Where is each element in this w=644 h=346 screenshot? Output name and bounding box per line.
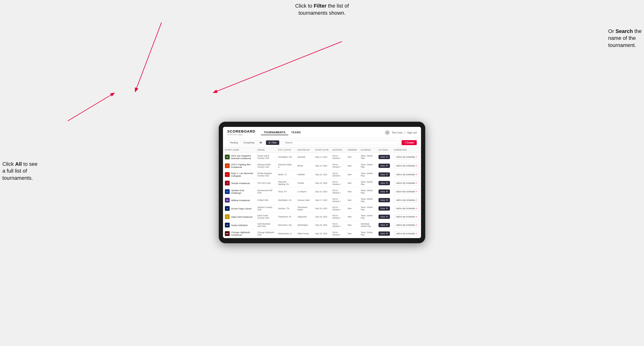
cell-division-3: NCAA Division I <box>330 179 346 187</box>
cell-venue-2: Shuttle Meadow Country Club <box>255 170 276 179</box>
cell-venue-4: Ravenwood Golf Club <box>255 187 276 196</box>
view-button-3[interactable]: View 👁 <box>378 181 390 185</box>
cell-scoring-8: Individual, Stroke Play <box>359 221 376 229</box>
view-button-2[interactable]: View 👁 <box>378 173 390 177</box>
search-input[interactable] <box>282 140 398 145</box>
view-button-1[interactable]: View 👁 <box>378 164 390 168</box>
team-logo-9: WF <box>225 231 230 236</box>
nav-tab-tournaments[interactable]: TOURNAMENTS <box>261 130 288 135</box>
cell-event-name-4: U Upstate Dual Challenge <box>223 187 255 196</box>
cell-actions-5: View 👁 <box>376 196 392 204</box>
cell-city-state-5: Manhattan, KS <box>276 196 296 204</box>
cell-start-date-7: Sep 18, 2023 <box>313 213 330 221</box>
table-row: W Husky Individual Gold Mountain Golf Cl… <box>223 221 421 229</box>
cell-competing-5: Add to My Schedule + <box>392 196 421 204</box>
event-name-text-9: Chicago Highlands Invitational <box>231 231 253 236</box>
cell-scoring-6: Team, Stroke Play <box>359 204 376 213</box>
cell-hosted-by-9: Wake Forest <box>296 229 314 238</box>
nav-tab-teams[interactable]: TEAMS <box>288 130 304 135</box>
app-header: SCOREBOARD Powered by clippd TOURNAMENTS… <box>223 127 421 138</box>
cell-city-state-6: Jackson, TN <box>276 204 296 213</box>
filter-icon: ☰ <box>268 141 270 144</box>
annotation-top-center: Click to Filter the list oftournaments s… <box>295 2 349 16</box>
view-button-6[interactable]: View 👁 <box>378 206 390 211</box>
add-schedule-button-7[interactable]: Add to My Schedule + <box>394 214 419 219</box>
filter-btn-label: Filter <box>272 141 277 144</box>
add-schedule-button-0[interactable]: Add to My Schedule + <box>394 155 419 159</box>
cell-gender-2: Men <box>346 170 359 179</box>
create-button[interactable]: + Create <box>402 140 417 145</box>
filter-hosting-btn[interactable]: Hosting <box>228 140 240 145</box>
eye-icon-2: 👁 <box>386 173 388 176</box>
event-name-text-3: Temple Invitational <box>231 182 250 184</box>
add-schedule-button-8[interactable]: Add to My Schedule + <box>394 223 419 227</box>
cell-hosted-by-4: Le Moyne <box>296 187 314 196</box>
cell-actions-2: View 👁 <box>376 170 392 179</box>
sign-out-link[interactable]: Sign out <box>407 131 417 134</box>
view-button-9[interactable]: View 👁 <box>378 231 390 236</box>
col-scoring: SCORING <box>359 147 376 153</box>
cell-division-0: NCAA Division I <box>330 153 346 162</box>
app-logo-sub: Powered by clippd <box>227 134 255 136</box>
cell-city-state-9: Westchester, IL <box>276 229 296 238</box>
table-row: F Ryan T. Lee Memorial Collegiate Shuttl… <box>223 170 421 179</box>
add-schedule-button-5[interactable]: Add to My Schedule + <box>394 198 419 202</box>
add-schedule-button-6[interactable]: Add to My Schedule + <box>394 206 419 211</box>
filter-btn-group: Hosting Competing All <box>227 140 264 145</box>
add-schedule-button-9[interactable]: Add to My Schedule + <box>394 231 419 236</box>
cell-city-state-0: Huntington, WV <box>276 153 296 162</box>
logo-area: SCOREBOARD Powered by clippd <box>227 129 255 136</box>
cell-competing-3: Add to My Schedule + <box>392 179 421 187</box>
cell-venue-3: The 1912 Club <box>255 179 276 187</box>
cell-actions-8: View 👁 <box>376 221 392 229</box>
cell-hosted-by-5: Kansas State <box>296 196 314 204</box>
col-actions: ACTIONS <box>376 147 392 153</box>
table-row: I OFCC Fighting Illini Invitational Olym… <box>223 162 421 170</box>
view-button-8[interactable]: View 👁 <box>378 223 390 227</box>
event-name-text-7: Valpo Fall Invitational <box>231 216 252 218</box>
cell-hosted-by-7: Valparaiso <box>296 213 314 221</box>
cell-scoring-7: Team, Stroke Play <box>359 213 376 221</box>
cell-start-date-8: Sep 18, 2023 <box>313 221 330 229</box>
event-name-text-8: Husky Individual <box>231 224 248 226</box>
add-schedule-button-3[interactable]: Add to My Schedule + <box>394 181 419 185</box>
nav-tabs: TOURNAMENTS TEAMS <box>261 130 385 135</box>
filter-competing-btn[interactable]: Competing <box>240 140 257 145</box>
annotation-left: Click All to seea full list oftournament… <box>2 160 38 181</box>
table-row: T Temple Invitational The 1912 Club Plym… <box>223 179 421 187</box>
eye-icon-0: 👁 <box>386 156 388 158</box>
cell-city-state-1: Olympia Fields, IL <box>276 162 296 170</box>
view-button-7[interactable]: View 👁 <box>378 215 390 219</box>
filter-icon-button[interactable]: ☰ Filter <box>266 140 279 145</box>
cell-start-date-3: Sep 16, 2023 <box>313 179 330 187</box>
cell-competing-4: Add to My Schedule + <box>392 187 421 196</box>
cell-event-name-5: W Wildcat Invitational <box>223 196 255 204</box>
add-schedule-button-4[interactable]: Add to My Schedule + <box>394 189 419 194</box>
cell-gender-5: Men <box>346 196 359 204</box>
cell-start-date-5: Sep 17, 2023 <box>313 196 330 204</box>
cell-start-date-1: Sep 15, 2023 <box>313 162 330 170</box>
cell-venue-5: Colbert Hills <box>255 196 276 204</box>
view-button-5[interactable]: View 👁 <box>378 198 390 202</box>
add-schedule-button-1[interactable]: Add to My Schedule + <box>394 164 419 168</box>
view-button-4[interactable]: View 👁 <box>378 189 390 194</box>
filter-all-btn[interactable]: All <box>257 140 264 145</box>
avatar: U <box>385 130 390 135</box>
cell-competing-6: Add to My Schedule + <box>392 204 421 213</box>
team-logo-4: U <box>225 189 230 194</box>
col-hosted-by: HOSTED BY <box>296 147 314 153</box>
team-logo-0: M <box>225 155 230 159</box>
cell-gender-4: Men <box>346 187 359 196</box>
svg-line-2 <box>214 41 342 92</box>
cell-scoring-0: Team, Stroke Play <box>359 153 376 162</box>
add-schedule-button-2[interactable]: Add to My Schedule + <box>394 172 419 177</box>
cell-venue-0: Guyan Golf & Country Club <box>255 153 276 162</box>
cell-scoring-9: Team, Stroke Play <box>359 229 376 238</box>
table-row: M 2023 Joe Feaganes Marshall Invitationa… <box>223 153 421 162</box>
cell-start-date-0: Sep 11, 2023 <box>313 153 330 162</box>
cell-start-date-4: Sep 16, 2023 <box>313 187 330 196</box>
cell-event-name-3: T Temple Invitational <box>223 179 255 187</box>
cell-scoring-2: Team, Stroke Play <box>359 170 376 179</box>
view-button-0[interactable]: View 👁 <box>378 155 390 159</box>
cell-hosted-by-3: Temple <box>296 179 314 187</box>
